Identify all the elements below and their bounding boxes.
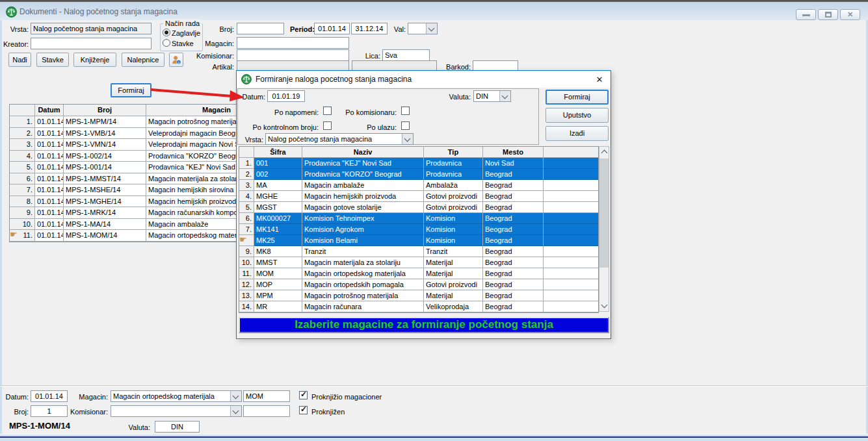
chevron-down-icon[interactable]	[230, 391, 241, 401]
po-kontrolnom-broju-checkbox[interactable]	[323, 121, 332, 130]
broj-field[interactable]	[237, 23, 284, 34]
cell-magacin: Prodavnica "KEJ" Novi Sad	[146, 162, 237, 173]
document-row[interactable]: 6. 01.01.14 MPS-1-MMST/14 Magacin materi…	[10, 173, 237, 185]
dialog-titlebar[interactable]: Formiranje naloga pocetnog stanja magaci…	[237, 71, 611, 88]
chevron-down-icon[interactable]	[402, 134, 413, 144]
dialog-close-icon[interactable]: ✕	[591, 73, 608, 86]
dlg-valuta-combo[interactable]: DIN	[473, 90, 511, 102]
row-number: 5.	[10, 162, 35, 173]
document-row[interactable]: 5. 01.01.14 MPS-1-001/14 Prodavnica "KEJ…	[10, 162, 237, 173]
footer-magacin-code-field[interactable]: MOM	[243, 390, 290, 402]
document-row[interactable]: 2. 01.01.14 MPS-1-VMB/14 Veleprodajni ma…	[10, 128, 237, 140]
warehouse-row[interactable]: 9. MK8 Tranzit Tranzit Beograd	[239, 246, 598, 257]
creator-info-button[interactable]: i	[169, 53, 183, 67]
col-datum[interactable]: Datum	[35, 105, 64, 116]
cell-sifra: MK8	[254, 246, 302, 257]
current-row-hand-icon	[10, 230, 18, 239]
document-row[interactable]: 3. 01.01.14 MPS-1-VMN/14 Veleprodajni ma…	[10, 139, 237, 151]
footer-komisionar-combo[interactable]	[111, 405, 242, 417]
maximize-button[interactable]	[818, 9, 838, 20]
col-broj[interactable]: Broj	[64, 105, 146, 116]
document-row[interactable]: 9. 01.01.14 MPS-1-MRK/14 Magacin računar…	[10, 207, 237, 219]
row-number: 9.	[239, 246, 254, 257]
vertical-scrollbar[interactable]	[599, 146, 609, 312]
row-number: 7.	[239, 224, 254, 235]
scroll-down-icon[interactable]	[599, 301, 609, 311]
radio-zaglavlje[interactable]	[163, 29, 170, 36]
warehouse-row[interactable]: 13. MPM Magacin potrošnog materijala Mat…	[239, 290, 598, 301]
footer-komisionar-code-field[interactable]	[243, 405, 290, 417]
period-from-field[interactable]: 01.01.14	[314, 23, 350, 34]
nalepnice-button[interactable]: Nalepnice	[122, 53, 164, 67]
warehouse-row[interactable]: 2. 002 Prodavnica "KORZO" Beograd Prodav…	[239, 169, 598, 180]
col-sifra[interactable]: Šifra	[254, 147, 302, 158]
document-row[interactable]: 10. 01.01.14 MPS-1-MA/14 Magacin ambalaž…	[10, 219, 237, 231]
cell-mesto: Beograd	[483, 235, 544, 246]
formiraj-main-button[interactable]: Formiraj	[111, 83, 151, 97]
magacin-field[interactable]	[237, 37, 349, 49]
dlg-datum-field[interactable]: 01.01.19	[267, 90, 305, 102]
footer-broj-field[interactable]: 1	[31, 405, 68, 417]
warehouse-row[interactable]: 11. MOM Magacin ortopedskog materijala M…	[239, 268, 598, 279]
document-row[interactable]: 4. 01.01.14 MPS-1-002/14 Prodavnica "KOR…	[10, 151, 237, 162]
warehouse-row[interactable]: 14. MR Magacin računara Velikoprodaja Be…	[239, 301, 598, 312]
footer-valuta-field[interactable]: DIN	[155, 421, 200, 433]
proknjizen-checkbox[interactable]	[299, 406, 308, 414]
proknjizio-checkbox[interactable]	[299, 391, 308, 399]
po-kontrolnom-broju-label: Po kontrolnom broju:	[248, 123, 319, 132]
warehouse-row[interactable]: 3. MA Magacin ambalaže Ambalaža Beograd	[239, 180, 598, 191]
lica-field[interactable]: Sva	[382, 49, 430, 61]
document-row[interactable]: 11. 01.01.14 MPS-1-MOM/14 Magacin ortope…	[10, 230, 237, 242]
document-row[interactable]: 8. 01.01.14 MPS-1-MGHE/14 Magacin hemijs…	[10, 196, 237, 208]
po-ulazu-checkbox[interactable]	[401, 121, 410, 130]
kreator-field[interactable]	[31, 38, 151, 49]
chevron-down-icon[interactable]	[230, 406, 241, 416]
dlg-vrsta-combo[interactable]: Nalog početnog stanja magacina	[265, 133, 414, 145]
col-magacin[interactable]: Magacin	[146, 105, 237, 116]
chevron-down-icon[interactable]	[499, 91, 510, 101]
warehouse-row[interactable]: 1. 001 Prodavnica "KEJ" Novi Sad Prodavn…	[239, 158, 598, 169]
close-button[interactable]: ✕	[840, 9, 860, 20]
nadji-button[interactable]: Nađi	[8, 53, 31, 67]
knjizenje-button[interactable]: Knjiženje	[73, 53, 116, 67]
warehouse-row[interactable]: MK25 Komision Belami Komision Beograd	[239, 235, 598, 246]
cell-mesto: Beograd	[483, 268, 544, 279]
stavke-button[interactable]: Stavke	[36, 53, 69, 67]
chevron-down-icon[interactable]	[426, 23, 437, 34]
warehouse-row[interactable]: 5. MGST Magacin gotove stolarije Gotovi …	[239, 202, 598, 213]
col-mesto[interactable]: Mesto	[483, 147, 544, 158]
formiranje-dialog: Formiranje naloga pocetnog stanja magaci…	[236, 70, 611, 339]
dlg-izadji-button[interactable]: Izađi	[546, 126, 609, 141]
period-to-field[interactable]: 31.12.14	[351, 23, 388, 34]
cell-magacin: Magacin ambalaže	[146, 219, 237, 231]
cell-mesto: Beograd	[483, 290, 544, 301]
cell-sifra: MA	[254, 180, 302, 191]
scrollbar-thumb[interactable]	[599, 158, 609, 268]
warehouse-row[interactable]: 12. MOP Magacin ortopedskih pomagala Got…	[239, 279, 598, 290]
cell-datum: 01.01.14	[35, 196, 64, 208]
vrsta-field[interactable]: Nalog početnog stanja magacina	[31, 23, 151, 34]
document-row[interactable]: 1. 01.01.14 MPS-1-MPM/14 Magacin potrošn…	[10, 116, 237, 128]
col-tip[interactable]: Tip	[424, 147, 483, 158]
warehouse-row[interactable]: 6. MK000027 Komision Tehnoimpex Komision…	[239, 213, 598, 224]
warehouses-table: Šifra Naziv Tip Mesto 1. 001 Prodavnica …	[239, 146, 599, 313]
cell-mesto: Beograd	[483, 279, 544, 290]
radio-stavke[interactable]	[163, 39, 170, 47]
warehouse-row[interactable]: 7. MK141 Komision Agrokom Komision Beogr…	[239, 224, 598, 235]
po-komisionaru-label: Po komisionaru:	[338, 108, 397, 117]
val-combo[interactable]	[408, 23, 438, 34]
po-komisionaru-checkbox[interactable]	[401, 107, 410, 115]
warehouse-row[interactable]: 4. MGHE Magacin hemijskih proizvoda Goto…	[239, 191, 598, 202]
footer-datum-field[interactable]: 01.01.14	[31, 390, 68, 402]
komisionar-field[interactable]	[237, 49, 349, 61]
window-titlebar[interactable]: Dokumenti - Nalog početnog stanja magaci…	[0, 2, 868, 20]
footer-magacin-combo[interactable]: Magacin ortopedskog materijala	[111, 390, 242, 402]
warehouse-row[interactable]: 10. MMST Magacin materijala za stolariju…	[239, 257, 598, 268]
document-row[interactable]: 7. 01.01.14 MPS-1-MSHE/14 Magacin hemijs…	[10, 184, 237, 196]
minimize-button[interactable]	[796, 9, 816, 20]
col-naziv[interactable]: Naziv	[302, 147, 424, 158]
dlg-formiraj-button[interactable]: Formiraj	[546, 90, 609, 105]
scroll-up-icon[interactable]	[599, 147, 609, 157]
po-napomeni-checkbox[interactable]	[323, 107, 332, 115]
dlg-uputstvo-button[interactable]: Uputstvo	[546, 108, 609, 123]
